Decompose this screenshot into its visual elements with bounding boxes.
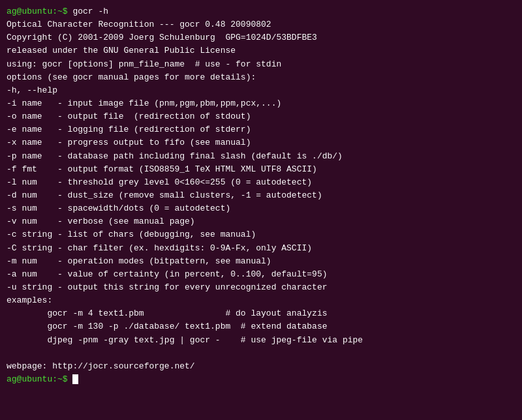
cursor [72, 374, 78, 384]
output-line-11: -p name - database path including final … [7, 150, 515, 163]
terminal-window: ag@ubuntu:~$ gocr -h Optical Character R… [7, 5, 515, 420]
output-line-1: Optical Character Recognition --- gocr 0… [7, 18, 515, 31]
output-line-21: -u string - output this string for every… [7, 281, 515, 294]
output-line-6: -h, --help [7, 84, 515, 97]
output-line-2: Copyright (C) 2001-2009 Joerg Schulenbur… [7, 31, 515, 44]
output-line-blank [7, 347, 515, 360]
output-line-27: webpage: http://jocr.sourceforge.net/ [7, 360, 515, 373]
output-line-4: using: gocr [options] pnm_file_name # us… [7, 58, 515, 71]
output-line-24: gocr -m 130 -p ./database/ text1.pbm # e… [7, 320, 515, 333]
output-line-12: -f fmt - output format (ISO8859_1 TeX HT… [7, 163, 515, 176]
output-line-20: -a num - value of certainty (in percent,… [7, 268, 515, 281]
output-line-8: -o name - output file (redirection of st… [7, 110, 515, 123]
prompt-prefix: ag@ubuntu:~$ [7, 7, 68, 16]
command-prompt: ag@ubuntu:~$ gocr -h [7, 5, 515, 18]
output-line-7: -i name - input image file (pnm,pgm,pbm,… [7, 97, 515, 110]
output-line-23: gocr -m 4 text1.pbm # do layout analyzis [7, 307, 515, 320]
final-prompt-prefix: ag@ubuntu:~$ [7, 374, 68, 384]
output-line-3: released under the GNU General Public Li… [7, 44, 515, 57]
output-line-25: djpeg -pnm -gray text.jpg | gocr - # use… [7, 334, 515, 347]
output-line-22: examples: [7, 294, 515, 307]
output-line-9: -e name - logging file (redirection of s… [7, 123, 515, 136]
output-line-13: -l num - threshold grey level 0<160<=255… [7, 176, 515, 189]
output-line-16: -v num - verbose (see manual page) [7, 215, 515, 228]
final-prompt: ag@ubuntu:~$ [7, 373, 515, 386]
output-line-14: -d num - dust_size (remove small cluster… [7, 189, 515, 202]
output-line-15: -s num - spacewidth/dots (0 = autodetect… [7, 202, 515, 215]
output-line-10: -x name - progress output to fifo (see m… [7, 136, 515, 149]
output-line-17: -c string - list of chars (debugging, se… [7, 228, 515, 241]
output-line-5: options (see gocr manual pages for more … [7, 71, 515, 84]
output-line-18: -C string - char filter (ex. hexdigits: … [7, 242, 515, 255]
output-line-19: -m num - operation modes (bitpattern, se… [7, 255, 515, 268]
